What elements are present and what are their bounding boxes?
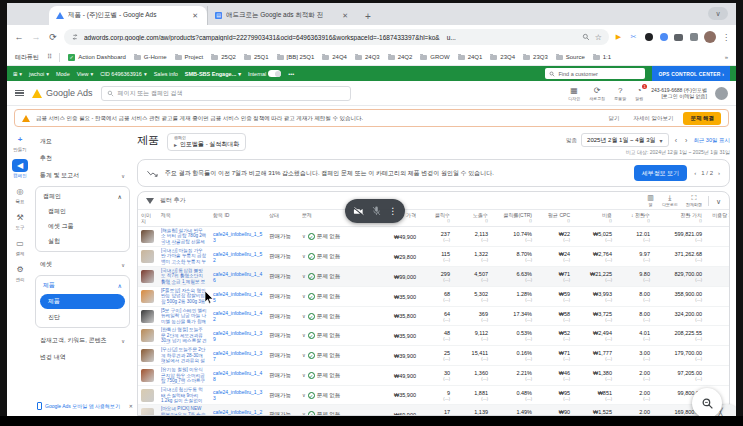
sidebar-item-제품[interactable]: 제품 xyxy=(40,294,125,309)
bookmark-item[interactable]: GROW xyxy=(420,54,449,60)
account-info[interactable]: 243-619-6688 (주)인포벨 [로그인 이메일 없음] xyxy=(651,87,707,100)
item-id-link[interactable]: cafe24_infobellru_1_42 xyxy=(213,310,262,322)
profile-avatar[interactable] xyxy=(704,31,716,43)
column-header[interactable]: 클릭률(CTR)⟨⟩ xyxy=(491,210,535,227)
compare-toggle-icon[interactable]: ⟨⟩ xyxy=(656,218,702,223)
item-id-link[interactable]: cafe24_infobellru_1_45 xyxy=(213,291,262,303)
bookmark-item[interactable]: 23Q4 xyxy=(490,54,515,60)
omnibox[interactable]: adwords.corp.google.com/aw/products?camp… xyxy=(64,29,609,45)
columns-button[interactable]: ▥열 xyxy=(647,194,654,207)
row-expand-chevron-icon[interactable]: ∨ xyxy=(302,352,306,358)
product-title-link[interactable]: [국내산] 통삼겹 불맛도 작7위 황명소단지 황명 소금 1 체험분 보양 특… xyxy=(161,268,207,285)
product-title-link[interactable]: [해슬림] 설가네 반무소 버터 곰탕 780g 2팩 국내 사골곰탕 선물세트… xyxy=(161,228,207,245)
banner-learn-more-button[interactable]: 자세히 알아보기 xyxy=(629,115,677,122)
bookmark-item[interactable]: 24Q3 xyxy=(355,54,380,60)
campaign-chip[interactable]: 캠페인 ▸인포벨몰 - 실적최대화 xyxy=(167,133,246,151)
dialer-extension-icon[interactable] xyxy=(659,33,668,42)
item-id-link[interactable]: cafe24_infobellru_1_26 xyxy=(213,409,262,416)
table-row[interactable]: [국내산] 청산두통 먹태 손질먹태 9마리 1.2kg 길이 손질없이cafe… xyxy=(138,386,730,405)
compare-toggle-icon[interactable]: ⟨⟩ xyxy=(618,218,650,223)
rail-item-만들기[interactable]: +만들기 xyxy=(12,133,28,152)
tab-list-chevron-icon[interactable]: ∨ xyxy=(708,7,728,20)
column-header[interactable]: 상태 xyxy=(266,210,299,227)
kebab-menu-icon[interactable]: ⋮ xyxy=(722,33,730,42)
sidebar-item-진단[interactable]: 진단 xyxy=(36,310,129,325)
back-button[interactable]: ← xyxy=(13,32,25,42)
tab-close-icon[interactable]: ✕ xyxy=(340,12,350,20)
prev-period-button[interactable]: ‹ xyxy=(673,137,679,144)
table-row[interactable]: [국내산] 통삼겹 불맛도 작7위 황명소단지 황명 소금 1 체험분 보양 특… xyxy=(138,267,730,287)
row-expand-chevron-icon[interactable]: ∨ xyxy=(302,293,306,299)
bookmark-item[interactable]: ✓Action Dashboard xyxy=(68,54,126,61)
bookmark-item[interactable]: 25Q2 xyxy=(211,54,236,60)
user-menu[interactable]: jwchoi ▾ xyxy=(29,71,49,77)
download-button[interactable]: ⤓다운로드 xyxy=(662,194,678,207)
product-title-link[interactable]: [유기농 철원] 이유식 곤지암 한우 소머리곰탕 750g 7팩 스마트쿠팡 … xyxy=(161,367,207,384)
sidebar-item-잠재고객, 키워드, 콘텐츠[interactable]: 잠재고객, 키워드, 콘텐츠∨ xyxy=(33,332,132,349)
filter-icon[interactable] xyxy=(146,198,154,204)
sidebar-item-캠페인[interactable]: 캠페인 xyxy=(36,204,129,219)
row-expand-chevron-icon[interactable]: ∨ xyxy=(302,332,306,338)
toggle-switch[interactable] xyxy=(268,70,281,77)
row-expand-chevron-icon[interactable]: ∨ xyxy=(302,392,306,398)
tab-close-icon[interactable]: ✕ xyxy=(190,12,200,20)
new-tab-button[interactable]: + xyxy=(365,11,371,22)
banner-close-button[interactable]: 닫기 xyxy=(604,115,623,122)
camera-off-icon[interactable] xyxy=(353,207,364,216)
bookmark-star-icon[interactable]: ☆ xyxy=(595,33,602,42)
sidebar-item-변경 내역[interactable]: 변경 내역 xyxy=(33,349,132,366)
puzzle-extension-icon[interactable] xyxy=(689,33,698,42)
add-filter-button[interactable]: 필터 추가 xyxy=(160,196,186,205)
bookmark-item[interactable]: G-Home xyxy=(134,54,167,60)
play-extension-icon[interactable]: ▶ xyxy=(614,33,623,42)
item-id-link[interactable]: cafe24_infobellru_1_53 xyxy=(213,231,262,243)
bookmark-item[interactable]: 24Q4 xyxy=(322,54,347,60)
campaign-search-input[interactable]: 페이지 또는 캠페인 검색 xyxy=(101,86,351,101)
알림-button[interactable]: ◔알림1 xyxy=(635,86,643,101)
compare-toggle-icon[interactable]: ⟨⟩ xyxy=(708,218,730,223)
table-expand-chevron-icon[interactable]: ∨ xyxy=(708,196,721,206)
column-header[interactable]: 평균 CPC⟨⟩ xyxy=(535,210,573,227)
pager-next-icon[interactable]: › xyxy=(718,170,720,176)
rail-item-관리[interactable]: ⚙관리 xyxy=(12,263,28,282)
fix-issue-button[interactable]: 문제 해결 xyxy=(683,112,721,125)
sidebar-item-통계 및 보고서[interactable]: 통계 및 보고서∨ xyxy=(33,167,132,184)
tab-google-ads[interactable]: 제품 - (주)인포벨 - Google Ads ✕ xyxy=(49,6,207,25)
next-period-button[interactable]: › xyxy=(683,137,689,144)
tab-adcro[interactable]: ▤ 애드크로는 Google ads 최적화 전 ✕ xyxy=(207,6,357,25)
row-expand-chevron-icon[interactable]: ∨ xyxy=(302,273,306,279)
bookmark-item[interactable]: 24Q1 xyxy=(458,54,483,60)
fullscreen-button[interactable]: ⛶전체화면 xyxy=(686,194,702,207)
forward-button[interactable]: → xyxy=(30,32,42,42)
column-header[interactable]: 클릭수⟨⟩ xyxy=(419,210,453,227)
compare-toggle-icon[interactable]: ⟨⟩ xyxy=(538,218,570,223)
table-row[interactable]: [국내산] 마늘집 가우만 가마솥 누룽지 곱창 백미 고소한 누룽지 누룽지 … xyxy=(138,247,730,267)
bookmarks-left-label[interactable]: 테라퓨틴 xyxy=(15,53,39,62)
row-expand-chevron-icon[interactable]: ∨ xyxy=(302,313,306,319)
item-id-link[interactable]: cafe24_infobellru_1_39 xyxy=(213,330,262,342)
mobile-app-promo[interactable]: Google Ads 모바일 앱 사용해보기 ✕ xyxy=(37,402,133,410)
camera-extension-icon[interactable] xyxy=(674,33,683,42)
google-ads-logo[interactable]: Google Ads xyxy=(32,88,93,98)
rail-item-결제[interactable]: ▭결제 xyxy=(12,237,28,256)
mic-off-icon[interactable] xyxy=(372,206,381,216)
rail-item-목표[interactable]: ◎목표 xyxy=(12,185,28,204)
column-header[interactable]: 제목 xyxy=(158,210,210,227)
table-row[interactable]: [F폴보앙] 자손의 명인 만능 양념장 찹쌀비빔장 500g 2통 300g … xyxy=(138,287,730,307)
sidebar-group-header[interactable]: 제품∧ xyxy=(36,278,129,293)
reload-button[interactable]: ⟳ xyxy=(47,32,59,42)
last-30-days-link[interactable]: 최근 30일 표시 xyxy=(693,137,730,144)
ops-control-center-button[interactable]: OPS CONTROL CENTER › xyxy=(652,66,730,81)
product-title-link[interactable]: [국내산] 청산두통 먹태 손질먹태 9마리 1.2kg 길이 손질없이 xyxy=(161,387,207,403)
zoom-fab[interactable] xyxy=(692,388,722,416)
apps-grid-icon[interactable]: ⠿ xyxy=(47,53,51,61)
column-header[interactable]: 이미지 xyxy=(138,210,158,227)
view-details-button[interactable]: 세부정보 보기 xyxy=(634,165,688,181)
compare-toggle-icon[interactable]: ⟨⟩ xyxy=(422,218,450,223)
hamburger-menu-icon[interactable] xyxy=(15,90,24,97)
table-row[interactable]: [5분 구이] 스테인 엘리 뉴레일락 남궁 마늘 나미엘 농산물 특가 참깨c… xyxy=(138,307,730,326)
compare-toggle-icon[interactable]: ⟨⟩ xyxy=(576,218,612,223)
sales-info-link[interactable]: Sales info xyxy=(154,71,178,77)
team-menu[interactable]: SMB-SBS Engage... ▾ xyxy=(185,71,241,77)
product-title-link[interactable]: [마요네 PICK] NEW 떡볶이+요거 7종 순수 버터렌드 마켓 명품세트 xyxy=(161,406,207,416)
